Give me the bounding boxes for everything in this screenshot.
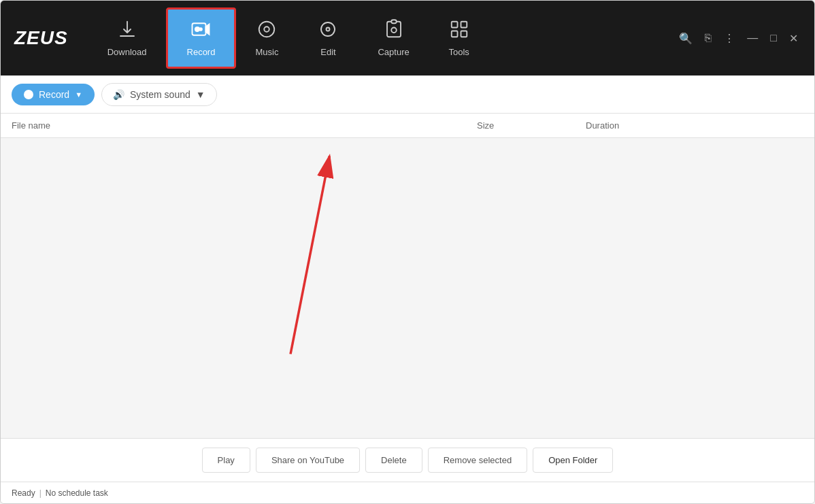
capture-icon xyxy=(384,19,404,43)
app-logo: ZEUS xyxy=(14,27,68,49)
action-bar: Play Share on YouTube Delete Remove sele… xyxy=(1,438,814,482)
open-folder-button[interactable]: Open Folder xyxy=(533,448,613,473)
table-body xyxy=(1,138,814,438)
svg-line-13 xyxy=(290,156,329,354)
title-bar: ZEUS Download Record xyxy=(1,1,814,75)
col-header-filename: File name xyxy=(12,120,477,131)
maximize-icon[interactable]: □ xyxy=(767,29,780,47)
svg-rect-11 xyxy=(461,31,467,37)
svg-point-5 xyxy=(265,27,270,32)
nav-label-music: Music xyxy=(255,47,278,57)
sound-button-label: System sound xyxy=(130,89,190,100)
status-ready: Ready xyxy=(12,488,35,498)
nav-item-edit[interactable]: Edit xyxy=(297,7,359,69)
svg-point-6 xyxy=(327,28,330,31)
svg-rect-10 xyxy=(451,31,457,37)
nav-label-record: Record xyxy=(187,47,216,57)
col-header-duration: Duration xyxy=(586,120,722,131)
sound-icon: 🔊 xyxy=(113,89,124,100)
window-controls: 🔍 ⎘ ⋮ — □ ✕ xyxy=(676,29,808,48)
nav-item-capture[interactable]: Capture xyxy=(359,7,428,69)
record-button[interactable]: Record ▼ xyxy=(12,84,95,105)
download-icon xyxy=(117,19,137,43)
nav-items: Download Record Mus xyxy=(88,7,677,69)
svg-point-4 xyxy=(259,22,275,37)
play-button[interactable]: Play xyxy=(202,448,250,473)
delete-button[interactable]: Delete xyxy=(365,448,422,473)
status-bar: Ready | No schedule task xyxy=(1,482,814,503)
sound-chevron-icon: ▼ xyxy=(196,89,205,100)
table-header: File name Size Duration xyxy=(1,114,814,138)
nav-label-capture: Capture xyxy=(378,47,409,57)
svg-rect-9 xyxy=(461,22,467,28)
share-icon[interactable]: ⎘ xyxy=(702,29,714,47)
status-schedule: No schedule task xyxy=(46,488,108,498)
toolbar: Record ▼ 🔊 System sound ▼ xyxy=(1,75,814,114)
nav-label-download: Download xyxy=(107,47,147,57)
system-sound-button[interactable]: 🔊 System sound ▼ xyxy=(101,83,217,106)
search-icon[interactable]: 🔍 xyxy=(676,29,695,48)
edit-icon xyxy=(318,19,338,43)
close-icon[interactable]: ✕ xyxy=(786,29,801,48)
svg-point-3 xyxy=(200,28,203,31)
nav-label-tools: Tools xyxy=(449,47,469,57)
nav-item-tools[interactable]: Tools xyxy=(429,7,490,69)
record-icon xyxy=(190,19,211,43)
music-icon xyxy=(256,19,277,43)
remove-selected-button[interactable]: Remove selected xyxy=(428,448,527,473)
annotation-arrow xyxy=(1,138,814,438)
app-window: ZEUS Download Record xyxy=(0,0,815,504)
record-button-label: Record xyxy=(39,89,69,100)
record-circle-icon xyxy=(24,90,33,99)
svg-point-7 xyxy=(391,28,397,33)
nav-item-record[interactable]: Record xyxy=(166,7,237,69)
nav-item-music[interactable]: Music xyxy=(236,7,297,69)
tools-icon xyxy=(449,19,469,43)
minimize-icon[interactable]: — xyxy=(744,29,761,47)
record-chevron-icon: ▼ xyxy=(75,90,82,99)
status-divider: | xyxy=(39,488,41,498)
nav-label-edit: Edit xyxy=(320,47,335,57)
nav-item-download[interactable]: Download xyxy=(88,7,166,69)
col-header-size: Size xyxy=(477,120,586,131)
content-area: File name Size Duration xyxy=(1,114,814,438)
svg-rect-8 xyxy=(451,22,457,28)
more-icon[interactable]: ⋮ xyxy=(721,29,737,48)
col-header-extra xyxy=(722,120,803,131)
svg-marker-1 xyxy=(206,24,210,35)
share-youtube-button[interactable]: Share on YouTube xyxy=(256,448,360,473)
